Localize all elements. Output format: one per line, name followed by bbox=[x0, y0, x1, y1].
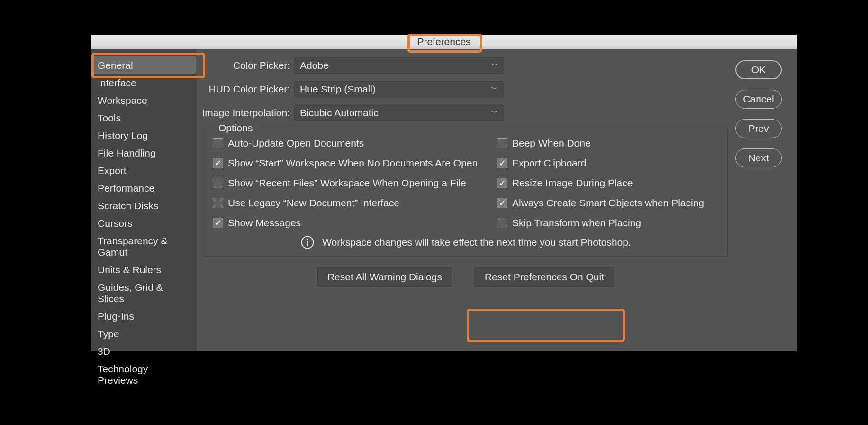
sidebar-item-workspace[interactable]: Workspace bbox=[91, 92, 196, 109]
window-title: Preferences bbox=[417, 36, 470, 47]
checkbox[interactable] bbox=[497, 138, 507, 148]
chevron-down-icon: ﹀ bbox=[491, 85, 498, 93]
options-fieldset: Options Auto-Update Open DocumentsBeep W… bbox=[204, 129, 728, 257]
option-show-start-workspace-when-no-documents-a[interactable]: ✓Show “Start” Workspace When No Document… bbox=[213, 157, 497, 169]
option-use-legacy-new-document-interface[interactable]: Use Legacy “New Document” Interface bbox=[213, 197, 497, 209]
checkbox[interactable]: ✓ bbox=[213, 158, 223, 168]
sidebar-item-plug-ins[interactable]: Plug-Ins bbox=[91, 307, 196, 325]
checkbox-label: Resize Image During Place bbox=[512, 177, 633, 189]
option-show-messages[interactable]: ✓Show Messages bbox=[213, 217, 497, 229]
prev-button[interactable]: Prev bbox=[735, 119, 782, 138]
checkbox-label: Skip Transform when Placing bbox=[512, 217, 641, 229]
checkbox-label: Use Legacy “New Document” Interface bbox=[228, 197, 399, 209]
options-legend: Options bbox=[216, 122, 255, 134]
sidebar-item-general[interactable]: General bbox=[91, 56, 196, 74]
color-picker-value: Adobe bbox=[300, 60, 329, 71]
checkbox-label: Auto-Update Open Documents bbox=[228, 138, 364, 149]
checkbox[interactable]: ✓ bbox=[497, 178, 507, 188]
checkbox-label: Show “Start” Workspace When No Documents… bbox=[228, 157, 478, 169]
category-sidebar: GeneralInterfaceWorkspaceToolsHistory Lo… bbox=[91, 49, 196, 351]
sidebar-item-transparency-gamut[interactable]: Transparency & Gamut bbox=[91, 232, 196, 261]
sidebar-item-export[interactable]: Export bbox=[91, 162, 196, 179]
svg-point-1 bbox=[307, 239, 308, 240]
sidebar-item-technology-previews[interactable]: Technology Previews bbox=[91, 360, 196, 389]
option-skip-transform-when-placing[interactable]: Skip Transform when Placing bbox=[497, 217, 719, 229]
sidebar-item-scratch-disks[interactable]: Scratch Disks bbox=[91, 197, 196, 214]
checkbox[interactable] bbox=[213, 198, 223, 208]
sidebar-item-type[interactable]: Type bbox=[91, 325, 196, 342]
checkbox[interactable] bbox=[213, 178, 223, 188]
hud-color-picker-label: HUD Color Picker: bbox=[200, 83, 295, 95]
sidebar-item-interface[interactable]: Interface bbox=[91, 74, 196, 92]
option-resize-image-during-place[interactable]: ✓Resize Image During Place bbox=[497, 177, 719, 189]
titlebar: Preferences bbox=[91, 35, 797, 49]
reset-preferences-on-quit-button[interactable]: Reset Preferences On Quit bbox=[475, 267, 614, 287]
option-show-recent-files-workspace-when-opening[interactable]: Show “Recent Files” Workspace When Openi… bbox=[213, 177, 497, 189]
checkbox[interactable]: ✓ bbox=[497, 158, 507, 168]
sidebar-item-cursors[interactable]: Cursors bbox=[91, 214, 196, 232]
ok-button[interactable]: OK bbox=[735, 60, 782, 79]
option-export-clipboard[interactable]: ✓Export Clipboard bbox=[497, 157, 719, 169]
sidebar-item-history-log[interactable]: History Log bbox=[91, 127, 196, 144]
sidebar-item-units-rulers[interactable]: Units & Rulers bbox=[91, 261, 196, 278]
cancel-button[interactable]: Cancel bbox=[735, 90, 782, 109]
reset-all-warning-dialogs-button[interactable]: Reset All Warning Dialogs bbox=[317, 267, 452, 287]
sidebar-item-file-handling[interactable]: File Handling bbox=[91, 144, 196, 162]
checkbox-label: Always Create Smart Objects when Placing bbox=[512, 197, 704, 209]
info-icon bbox=[300, 235, 315, 249]
checkbox[interactable] bbox=[497, 218, 507, 228]
checkbox-label: Export Clipboard bbox=[512, 157, 586, 169]
checkbox[interactable]: ✓ bbox=[213, 218, 223, 228]
options-info-text: Workspace changes will take effect the n… bbox=[322, 237, 631, 248]
image-interpolation-dropdown[interactable]: Bicubic Automatic ﹀ bbox=[295, 105, 503, 121]
chevron-down-icon: ﹀ bbox=[491, 61, 498, 70]
option-always-create-smart-objects-when-placing[interactable]: ✓Always Create Smart Objects when Placin… bbox=[497, 197, 719, 209]
checkbox-label: Show “Recent Files” Workspace When Openi… bbox=[228, 177, 466, 189]
right-button-column: OK Cancel Prev Next bbox=[735, 49, 797, 351]
image-interpolation-label: Image Interpolation: bbox=[200, 107, 295, 119]
sidebar-item-performance[interactable]: Performance bbox=[91, 179, 196, 197]
checkbox-label: Show Messages bbox=[228, 217, 301, 229]
chevron-down-icon: ﹀ bbox=[491, 109, 498, 117]
checkbox[interactable]: ✓ bbox=[497, 198, 507, 208]
preferences-window: Preferences GeneralInterfaceWorkspaceToo… bbox=[91, 35, 797, 351]
checkbox[interactable] bbox=[213, 138, 223, 148]
checkbox-label: Beep When Done bbox=[512, 138, 591, 149]
sidebar-item-guides-grid-slices[interactable]: Guides, Grid & Slices bbox=[91, 278, 196, 307]
option-beep-when-done[interactable]: Beep When Done bbox=[497, 138, 719, 149]
sidebar-item-tools[interactable]: Tools bbox=[91, 109, 196, 127]
next-button[interactable]: Next bbox=[735, 148, 782, 167]
sidebar-item-3d[interactable]: 3D bbox=[91, 342, 196, 360]
color-picker-label: Color Picker: bbox=[200, 60, 295, 71]
color-picker-dropdown[interactable]: Adobe ﹀ bbox=[295, 57, 503, 74]
hud-color-picker-value: Hue Strip (Small) bbox=[300, 83, 376, 95]
image-interpolation-value: Bicubic Automatic bbox=[300, 107, 379, 119]
main-panel: Color Picker: Adobe ﹀ HUD Color Picker: … bbox=[196, 49, 735, 351]
svg-rect-2 bbox=[307, 241, 308, 246]
hud-color-picker-dropdown[interactable]: Hue Strip (Small) ﹀ bbox=[295, 81, 503, 97]
option-auto-update-open-documents[interactable]: Auto-Update Open Documents bbox=[213, 138, 497, 149]
